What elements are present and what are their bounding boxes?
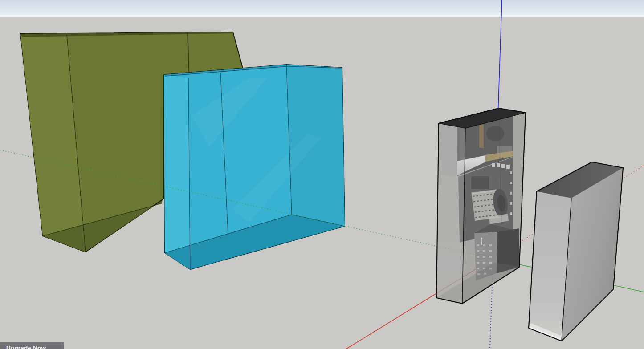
- blue-box-right-face: [286, 65, 345, 226]
- upgrade-now-button[interactable]: Upgrade Now: [0, 342, 64, 349]
- blue-box-left-face: [164, 75, 190, 269]
- viewport[interactable]: Upgrade Now: [0, 0, 644, 349]
- model-canvas[interactable]: Upgrade Now: [0, 0, 644, 349]
- case-left-face: [436, 123, 465, 304]
- sky: [0, 0, 644, 17]
- upgrade-button-label[interactable]: Upgrade Now: [6, 345, 46, 349]
